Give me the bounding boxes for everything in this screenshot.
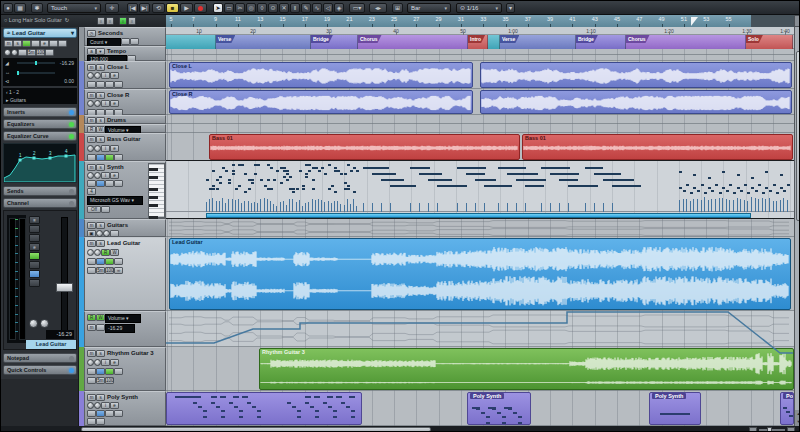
horizontal-scrollbar[interactable]: [1, 426, 800, 432]
track-button[interactable]: e: [110, 100, 119, 107]
window-layout-button[interactable]: ▦: [14, 3, 26, 13]
track-button[interactable]: e: [110, 145, 119, 152]
track-button[interactable]: m: [87, 222, 96, 229]
track-button[interactable]: R: [87, 126, 96, 133]
inspector-track-title[interactable]: ≈ Lead Guitar▾: [3, 28, 77, 38]
bar-ruler[interactable]: 5791113151719212325272931333537394143454…: [166, 15, 794, 27]
setup-gear-icon[interactable]: ✱: [31, 3, 43, 13]
track-button[interactable]: [114, 81, 123, 88]
object-selection-tool[interactable]: ➤: [213, 3, 223, 13]
quantize-dropdown[interactable]: ⊙ 1/16▾: [456, 3, 502, 13]
track-button[interactable]: [101, 206, 110, 213]
track-knob[interactable]: [87, 72, 94, 79]
track-button[interactable]: i: [101, 172, 110, 179]
track-header-close-r[interactable]: msClose Rie: [84, 89, 166, 115]
track-button[interactable]: m: [87, 350, 96, 357]
inserts-section-header[interactable]: Inserts: [3, 107, 77, 117]
vertical-scrollbar[interactable]: ▲ ▼: [794, 27, 800, 426]
channel-strip-button[interactable]: e: [29, 243, 40, 251]
track-button[interactable]: 100: [105, 267, 114, 274]
track-button[interactable]: [114, 410, 123, 417]
track-button[interactable]: i: [101, 145, 110, 152]
track-button[interactable]: W: [96, 314, 105, 321]
track-button[interactable]: i: [101, 359, 110, 366]
track-button[interactable]: s: [96, 136, 105, 143]
track-button[interactable]: ▣: [87, 230, 96, 237]
track-header-rhythm-guitar-3[interactable]: msRhythm Guitar 3ie5m100: [84, 347, 166, 391]
track-button[interactable]: m: [87, 64, 96, 71]
track-knob[interactable]: [87, 145, 94, 152]
ruler-options-button[interactable]: [794, 15, 800, 27]
track-button[interactable]: e: [110, 72, 119, 79]
divide-tracklist-button[interactable]: ≡: [97, 17, 105, 25]
track-button[interactable]: [87, 180, 96, 187]
automation-panel-button[interactable]: ✛: [105, 3, 119, 13]
track-button[interactable]: [105, 81, 114, 88]
split-tool[interactable]: ✂: [235, 3, 245, 13]
channel-strip-button[interactable]: [29, 279, 40, 287]
play-button[interactable]: ▶: [180, 3, 193, 13]
track-knob[interactable]: [87, 172, 94, 179]
track-button[interactable]: [96, 258, 105, 265]
horizontal-scroll-thumb[interactable]: [81, 427, 431, 432]
pan-knob[interactable]: [29, 319, 38, 328]
play-tool[interactable]: ◁: [323, 3, 333, 13]
track-header-tempo[interactable]: a▾Tempo120.000: [84, 46, 166, 61]
automation-mode-dropdown[interactable]: Touch▾: [47, 3, 101, 13]
quick-controls-section-header[interactable]: Quick Controls: [3, 365, 77, 375]
track-button[interactable]: m: [87, 240, 96, 247]
range-selection-tool[interactable]: ▭: [224, 3, 234, 13]
glue-tool[interactable]: ◎: [246, 3, 256, 13]
track-button[interactable]: [87, 81, 96, 88]
channel-strip-button[interactable]: [29, 261, 40, 269]
channel-strip-button[interactable]: [29, 234, 40, 242]
track-button[interactable]: [105, 410, 114, 417]
sends-section-header[interactable]: Sends: [3, 186, 77, 196]
track-button[interactable]: m: [87, 92, 96, 99]
track-button[interactable]: s: [96, 117, 105, 124]
track-button[interactable]: [87, 410, 96, 417]
go-to-next-marker-icon[interactable]: ▶|: [139, 3, 150, 13]
track-button[interactable]: Off: [87, 206, 101, 213]
track-button[interactable]: [105, 258, 114, 265]
track-button[interactable]: m: [87, 324, 96, 331]
track-knob[interactable]: [87, 359, 94, 366]
track-button[interactable]: W: [96, 126, 105, 133]
track-button[interactable]: [87, 258, 96, 265]
track-button[interactable]: s: [96, 92, 105, 99]
track-knob[interactable]: [94, 100, 101, 107]
track-button[interactable]: ▾: [96, 48, 105, 55]
line-tool[interactable]: ∿: [312, 3, 322, 13]
volume-row[interactable]: ◢-16.29: [3, 58, 77, 68]
global-read-button[interactable]: ≡: [119, 17, 127, 25]
track-button[interactable]: s: [96, 64, 105, 71]
track-knob[interactable]: [87, 100, 94, 107]
track-button[interactable]: [96, 418, 105, 425]
track-header-close-l[interactable]: msClose Lie: [84, 61, 166, 89]
grid-type-dropdown[interactable]: Bar▾: [407, 3, 451, 13]
autoscroll-button[interactable]: ▭▾: [349, 3, 365, 13]
track-button[interactable]: [105, 180, 114, 187]
cycle-icon[interactable]: ⟲: [152, 3, 165, 13]
track-knob[interactable]: [87, 402, 94, 409]
track-button[interactable]: 100: [105, 377, 114, 384]
color-tool[interactable]: ◈: [334, 3, 344, 13]
zoom-slider-handle[interactable]: [767, 427, 772, 432]
draw-tool[interactable]: ✎: [301, 3, 311, 13]
global-write-button[interactable]: ≡: [128, 17, 136, 25]
track-button[interactable]: [96, 81, 105, 88]
track-scale-button[interactable]: ≡: [106, 17, 114, 25]
track-header-volume[interactable]: RWVolume ▾m-16.29: [84, 311, 166, 347]
channel-section-header[interactable]: Channel: [3, 198, 77, 208]
track-button[interactable]: [87, 154, 96, 161]
track-button[interactable]: i: [101, 72, 110, 79]
track-button[interactable]: 5m: [96, 377, 105, 384]
equalizer-curve-section-header[interactable]: Equalizer Curve: [3, 131, 77, 141]
track-button[interactable]: [96, 154, 105, 161]
track-header-bass-guitar[interactable]: msBass Guitarie: [84, 133, 166, 161]
pan-row[interactable]: ↔: [3, 68, 77, 77]
equalizers-section-header[interactable]: Equalizers: [3, 119, 77, 129]
track-header-lead-guitar[interactable]: msLead GuitarRW5m100∞: [84, 237, 166, 311]
zoom-out-button[interactable]: [749, 427, 757, 432]
track-button[interactable]: [114, 258, 123, 265]
